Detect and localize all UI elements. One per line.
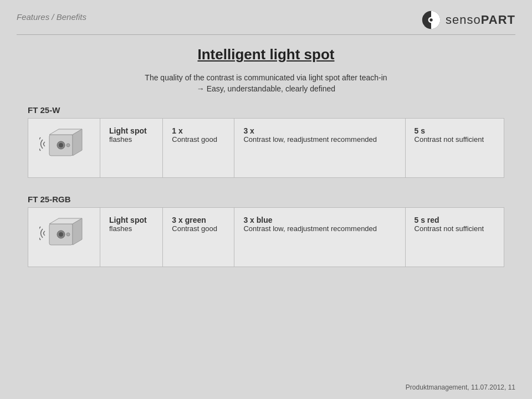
ft25w-col1-sub: flashes [109,135,154,144]
sensopart-logo-icon [421,10,441,30]
ft25rgb-col1-sub: flashes [109,224,154,233]
ft25w-col3-sub: Contrast low, readjustment recommended [243,135,396,144]
svg-point-8 [66,144,70,147]
features-title: Features / Benefits [17,10,86,22]
logo-part: PART [481,13,515,27]
ft25rgb-col3: 3 x blue Contrast low, readjustment reco… [234,208,405,267]
ft25rgb-col4-main: 5 s red [415,216,495,224]
ft25rgb-col3-sub: Contrast low, readjustment recommended [243,224,396,233]
ft25rgb-icon-cell [28,208,100,267]
ft25w-col2: 1 x Contrast good [163,119,234,178]
svg-point-13 [59,232,63,237]
ft25rgb-col1: Light spot flashes [100,208,163,267]
ft25w-col2-sub: Contrast good [172,135,225,144]
ft25rgb-col1-main: Light spot [109,216,154,224]
ft25rgb-col3-main: 3 x blue [243,216,396,224]
ft25w-col1-main: Light spot [109,126,154,135]
ft25w-col4: 5 s Contrast not sufficient [405,119,504,178]
ft25rgb-col2: 3 x green Contrast good [163,208,234,267]
ft25w-col3: 3 x Contrast low, readjustment recommend… [234,119,405,178]
header: Features / Benefits sensoPART [0,0,532,30]
ft25w-col2-main: 1 x [172,126,225,135]
ft25w-col3-main: 3 x [243,126,396,135]
ft25rgb-table: Light spot flashes 3 x green Contrast go… [28,207,504,267]
section-label-ft25rgb: FT 25-RGB [28,195,504,204]
ft25w-icon-cell [28,119,100,178]
logo-area: sensoPART [421,10,515,30]
ft25rgb-col4-sub: Contrast not sufficient [415,224,495,233]
ft25w-row: Light spot flashes 1 x Contrast good 3 x… [28,119,504,178]
ft25rgb-col2-sub: Contrast good [172,224,225,233]
footer-text: Produktmanagement, 11.07.2012, 11 [406,383,515,391]
ft25w-sensor-icon [39,126,89,168]
ft25rgb-row: Light spot flashes 3 x green Contrast go… [28,208,504,267]
logo-text: sensoPART [446,13,515,27]
ft25rgb-col4: 5 s red Contrast not sufficient [405,208,504,267]
ft25w-col4-sub: Contrast not sufficient [415,135,495,144]
main-content: Intelligent light spot The quality of th… [0,35,532,289]
ft25w-table: Light spot flashes 1 x Contrast good 3 x… [28,118,504,178]
ft25w-col4-main: 5 s [415,126,495,135]
ft25rgb-sensor-icon [39,216,89,257]
page-title: Intelligent light spot [28,46,504,63]
logo-senso: senso [446,13,481,27]
svg-point-14 [66,233,70,236]
page: Features / Benefits sensoPART Intelligen… [0,0,532,399]
svg-point-7 [59,143,63,147]
svg-point-2 [429,18,432,21]
footer: Produktmanagement, 11.07.2012, 11 [406,383,515,391]
ft25w-col1: Light spot flashes [100,119,163,178]
subtitle-line2: → Easy, understandable, clearly defined [28,84,504,93]
subtitle-line1: The quality of the contrast is communica… [28,73,504,82]
ft25rgb-col2-main: 3 x green [172,216,225,224]
section-label-ft25w: FT 25-W [28,105,504,115]
